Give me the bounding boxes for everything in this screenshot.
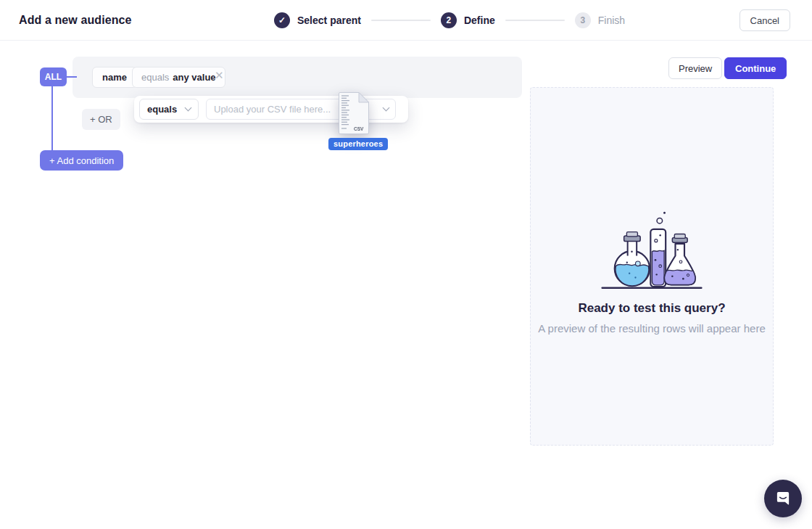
- connector-line: [67, 76, 77, 78]
- chevron-down-icon: [185, 104, 192, 112]
- step-label: Select parent: [297, 15, 361, 26]
- group-operator-toggle[interactable]: ALL: [40, 67, 67, 86]
- step-label: Define: [464, 15, 495, 26]
- step-finish[interactable]: 3 Finish: [575, 12, 625, 28]
- check-icon: ✓: [274, 12, 290, 28]
- step-label: Finish: [598, 15, 625, 26]
- condition-expression-chip[interactable]: equals any value: [132, 67, 225, 88]
- add-or-button[interactable]: + OR: [82, 109, 120, 130]
- csv-file-icon[interactable]: CSV: [338, 91, 370, 138]
- add-audience-page: Add a new audience ✓ Select parent 2 Def…: [0, 0, 812, 529]
- page-title: Add a new audience: [19, 0, 132, 41]
- operator-select[interactable]: equals: [139, 99, 199, 120]
- connector-line: [51, 86, 53, 151]
- close-icon[interactable]: ✕: [215, 70, 224, 81]
- flasks-illustration-icon: [597, 206, 706, 291]
- condition-operator-label: equals: [141, 72, 169, 83]
- continue-button[interactable]: Continue: [724, 57, 787, 79]
- condition-field-chip[interactable]: name: [92, 67, 137, 88]
- add-condition-button[interactable]: + Add condition: [40, 150, 123, 171]
- operator-select-value: equals: [147, 104, 177, 115]
- chat-launcher-button[interactable]: [764, 480, 802, 517]
- step-connector: [505, 20, 565, 21]
- cancel-button[interactable]: Cancel: [740, 9, 790, 31]
- header-bar: Add a new audience ✓ Select parent 2 Def…: [0, 0, 812, 41]
- condition-value-label: any value: [173, 72, 215, 83]
- preview-results-panel: Ready to test this query? A preview of t…: [530, 87, 774, 446]
- step-select-parent[interactable]: ✓ Select parent: [274, 12, 361, 28]
- chat-bubble-icon: [774, 489, 792, 508]
- drag-file-name-badge: superheroes: [328, 138, 388, 150]
- preview-button[interactable]: Preview: [668, 57, 722, 79]
- preview-empty-subtitle: A preview of the resulting rows will app…: [531, 322, 773, 335]
- step-define[interactable]: 2 Define: [441, 12, 495, 28]
- step-number-badge: 2: [441, 12, 457, 28]
- wizard-stepper: ✓ Select parent 2 Define 3 Finish: [274, 0, 625, 41]
- step-connector: [371, 20, 431, 21]
- csv-file-type-label: CSV: [354, 126, 364, 131]
- preview-empty-title: Ready to test this query?: [531, 301, 773, 316]
- step-number-badge: 3: [575, 12, 591, 28]
